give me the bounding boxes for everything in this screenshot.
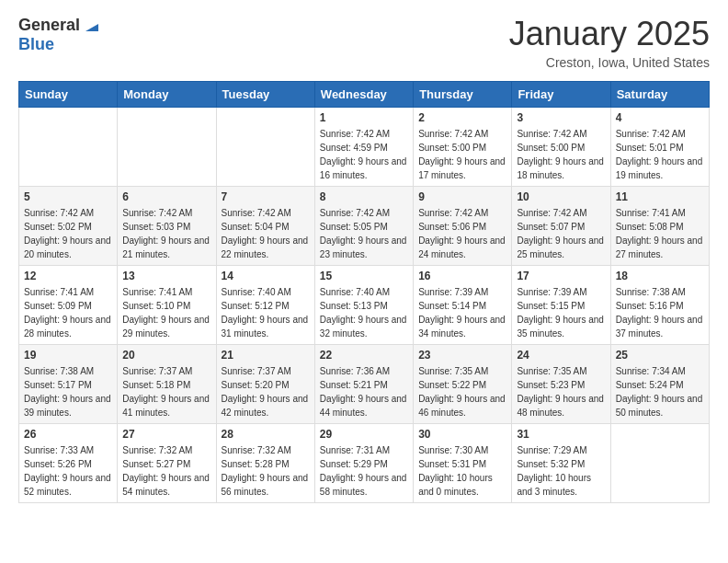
daylight-text: Daylight: 9 hours and 52 minutes.	[24, 471, 112, 499]
daylight-text: Daylight: 10 hours and 0 minutes.	[418, 471, 506, 499]
day-number: 18	[616, 270, 704, 282]
logo-icon	[82, 15, 102, 35]
sunset-text: Sunset: 5:06 PM	[418, 220, 506, 234]
day-info: Sunrise: 7:41 AMSunset: 5:09 PMDaylight:…	[24, 285, 112, 340]
sunrise-text: Sunrise: 7:42 AM	[122, 206, 210, 220]
sunset-text: Sunset: 5:29 PM	[320, 457, 408, 471]
day-info: Sunrise: 7:37 AMSunset: 5:20 PMDaylight:…	[222, 364, 310, 419]
calendar-cell: 19Sunrise: 7:38 AMSunset: 5:17 PMDayligh…	[19, 345, 118, 424]
sunrise-text: Sunrise: 7:41 AM	[24, 285, 112, 299]
daylight-text: Daylight: 9 hours and 41 minutes.	[122, 392, 210, 419]
sunrise-text: Sunrise: 7:34 AM	[616, 364, 704, 378]
calendar-cell: 11Sunrise: 7:41 AMSunset: 5:08 PMDayligh…	[610, 187, 709, 266]
day-info: Sunrise: 7:37 AMSunset: 5:18 PMDaylight:…	[122, 364, 210, 419]
sunset-text: Sunset: 5:04 PM	[222, 220, 310, 234]
day-number: 29	[320, 428, 408, 441]
sunrise-text: Sunrise: 7:32 AM	[222, 443, 310, 457]
calendar-cell: 15Sunrise: 7:40 AMSunset: 5:13 PMDayligh…	[314, 266, 413, 345]
daylight-text: Daylight: 9 hours and 32 minutes.	[320, 313, 408, 340]
sunset-text: Sunset: 5:18 PM	[122, 378, 210, 392]
sunset-text: Sunset: 5:15 PM	[517, 299, 605, 313]
daylight-text: Daylight: 9 hours and 18 minutes.	[517, 155, 605, 182]
sunrise-text: Sunrise: 7:40 AM	[222, 285, 310, 299]
daylight-text: Daylight: 9 hours and 50 minutes.	[616, 392, 704, 419]
day-number: 26	[24, 428, 112, 441]
day-info: Sunrise: 7:38 AMSunset: 5:17 PMDaylight:…	[24, 364, 112, 419]
day-number: 15	[320, 270, 408, 282]
daylight-text: Daylight: 9 hours and 37 minutes.	[616, 313, 704, 340]
day-info: Sunrise: 7:41 AMSunset: 5:10 PMDaylight:…	[122, 285, 210, 340]
sunset-text: Sunset: 5:01 PM	[616, 141, 704, 155]
month-title: January 2025	[509, 15, 710, 53]
col-wednesday: Wednesday	[314, 82, 413, 108]
daylight-text: Daylight: 9 hours and 16 minutes.	[320, 155, 408, 182]
calendar-cell: 14Sunrise: 7:40 AMSunset: 5:12 PMDayligh…	[216, 266, 314, 345]
day-info: Sunrise: 7:42 AMSunset: 5:06 PMDaylight:…	[418, 206, 506, 261]
calendar-cell: 6Sunrise: 7:42 AMSunset: 5:03 PMDaylight…	[118, 187, 216, 266]
calendar-table: Sunday Monday Tuesday Wednesday Thursday…	[18, 81, 710, 503]
calendar-cell: 7Sunrise: 7:42 AMSunset: 5:04 PMDaylight…	[216, 187, 314, 266]
svg-marker-0	[85, 24, 98, 31]
calendar-cell	[216, 108, 314, 187]
sunset-text: Sunset: 5:16 PM	[616, 299, 704, 313]
daylight-text: Daylight: 10 hours and 3 minutes.	[517, 471, 605, 499]
day-info: Sunrise: 7:42 AMSunset: 5:02 PMDaylight:…	[24, 206, 112, 261]
sunset-text: Sunset: 5:28 PM	[222, 457, 310, 471]
calendar-cell: 4Sunrise: 7:42 AMSunset: 5:01 PMDaylight…	[610, 108, 709, 187]
day-info: Sunrise: 7:42 AMSunset: 5:04 PMDaylight:…	[222, 206, 310, 261]
sunset-text: Sunset: 5:03 PM	[122, 220, 210, 234]
daylight-text: Daylight: 9 hours and 42 minutes.	[222, 392, 310, 419]
day-info: Sunrise: 7:32 AMSunset: 5:27 PMDaylight:…	[122, 443, 210, 499]
calendar-week-2: 5Sunrise: 7:42 AMSunset: 5:02 PMDaylight…	[19, 187, 710, 266]
sunset-text: Sunset: 5:08 PM	[616, 220, 704, 234]
sunrise-text: Sunrise: 7:29 AM	[517, 443, 605, 457]
sunset-text: Sunset: 5:17 PM	[24, 378, 112, 392]
day-info: Sunrise: 7:42 AMSunset: 5:00 PMDaylight:…	[517, 127, 605, 182]
sunrise-text: Sunrise: 7:42 AM	[222, 206, 310, 220]
calendar-cell: 9Sunrise: 7:42 AMSunset: 5:06 PMDaylight…	[414, 187, 512, 266]
day-number: 11	[616, 190, 704, 203]
sunrise-text: Sunrise: 7:39 AM	[517, 285, 605, 299]
daylight-text: Daylight: 9 hours and 56 minutes.	[222, 471, 310, 499]
sunrise-text: Sunrise: 7:42 AM	[320, 206, 408, 220]
day-info: Sunrise: 7:42 AMSunset: 5:05 PMDaylight:…	[320, 206, 408, 261]
col-saturday: Saturday	[610, 82, 709, 108]
day-info: Sunrise: 7:39 AMSunset: 5:14 PMDaylight:…	[418, 285, 506, 340]
calendar-cell: 13Sunrise: 7:41 AMSunset: 5:10 PMDayligh…	[118, 266, 216, 345]
daylight-text: Daylight: 9 hours and 48 minutes.	[517, 392, 605, 419]
day-number: 13	[122, 270, 210, 282]
day-info: Sunrise: 7:29 AMSunset: 5:32 PMDaylight:…	[517, 443, 605, 499]
day-number: 12	[24, 270, 112, 282]
day-number: 30	[418, 428, 506, 441]
day-info: Sunrise: 7:42 AMSunset: 5:03 PMDaylight:…	[122, 206, 210, 261]
day-number: 17	[517, 270, 605, 282]
calendar-cell: 25Sunrise: 7:34 AMSunset: 5:24 PMDayligh…	[610, 345, 709, 424]
day-number: 14	[222, 270, 310, 282]
daylight-text: Daylight: 9 hours and 54 minutes.	[122, 471, 210, 499]
day-number: 25	[616, 349, 704, 362]
sunset-text: Sunset: 4:59 PM	[320, 141, 408, 155]
sunset-text: Sunset: 5:13 PM	[320, 299, 408, 313]
day-number: 7	[222, 190, 310, 203]
calendar-cell: 22Sunrise: 7:36 AMSunset: 5:21 PMDayligh…	[314, 345, 413, 424]
sunrise-text: Sunrise: 7:30 AM	[418, 443, 506, 457]
sunrise-text: Sunrise: 7:35 AM	[517, 364, 605, 378]
sunrise-text: Sunrise: 7:42 AM	[320, 127, 408, 141]
daylight-text: Daylight: 9 hours and 31 minutes.	[222, 313, 310, 340]
sunrise-text: Sunrise: 7:42 AM	[517, 127, 605, 141]
day-info: Sunrise: 7:40 AMSunset: 5:13 PMDaylight:…	[320, 285, 408, 340]
daylight-text: Daylight: 9 hours and 19 minutes.	[616, 155, 704, 182]
day-info: Sunrise: 7:33 AMSunset: 5:26 PMDaylight:…	[24, 443, 112, 499]
sunset-text: Sunset: 5:27 PM	[122, 457, 210, 471]
day-number: 4	[616, 111, 704, 124]
sunrise-text: Sunrise: 7:33 AM	[24, 443, 112, 457]
day-number: 24	[517, 349, 605, 362]
day-number: 9	[418, 190, 506, 203]
sunset-text: Sunset: 5:23 PM	[517, 378, 605, 392]
day-number: 31	[517, 428, 605, 441]
day-number: 3	[517, 111, 605, 124]
sunset-text: Sunset: 5:10 PM	[122, 299, 210, 313]
day-info: Sunrise: 7:42 AMSunset: 5:01 PMDaylight:…	[616, 127, 704, 182]
daylight-text: Daylight: 9 hours and 28 minutes.	[24, 313, 112, 340]
sunset-text: Sunset: 5:05 PM	[320, 220, 408, 234]
